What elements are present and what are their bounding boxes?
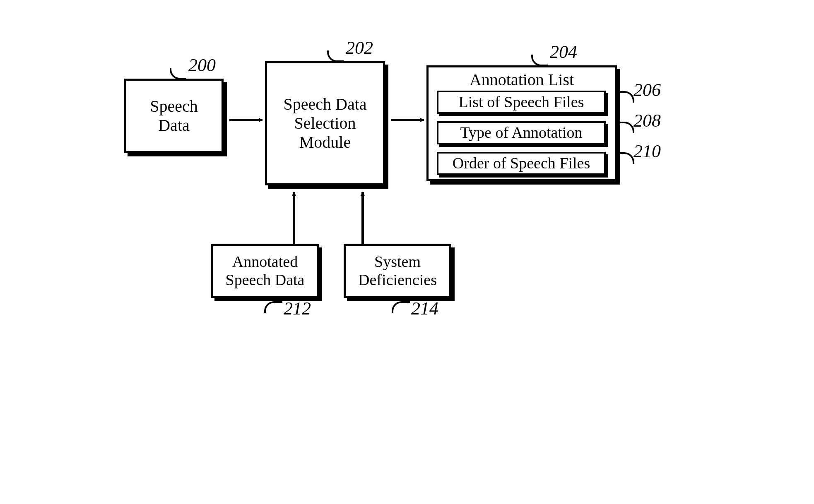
- ref-202: 202: [346, 37, 373, 58]
- ref-208: 208: [633, 110, 661, 131]
- arrow-deficiencies-to-module: [354, 186, 371, 247]
- arrow-annotated-to-module: [286, 186, 302, 247]
- box-speech-data-label: Speech Data: [150, 97, 198, 135]
- box-annotation-list: Annotation List List of Speech Files Typ…: [426, 65, 617, 181]
- annotation-list-title: Annotation List: [429, 70, 615, 89]
- box-type-of-annotation: Type of Annotation: [437, 121, 606, 144]
- arrow-module-to-list: [388, 112, 430, 128]
- ref-214: 214: [411, 298, 438, 319]
- ref-hook: [170, 68, 186, 79]
- ref-hook: [618, 152, 634, 164]
- ref-210: 210: [633, 141, 661, 162]
- block-diagram: Speech Data 200 Speech Data Selection Mo…: [124, 41, 683, 331]
- ref-hook: [264, 301, 282, 313]
- box-speech-data: Speech Data: [124, 79, 224, 153]
- arrow-speech-to-module: [227, 112, 268, 128]
- ref-hook: [327, 50, 344, 62]
- system-deficiencies-label: System Deficiencies: [358, 253, 437, 289]
- order-of-files-label: Order of Speech Files: [453, 155, 590, 172]
- annotated-speech-label: Annotated Speech Data: [226, 253, 305, 289]
- ref-hook: [392, 301, 410, 313]
- ref-hook: [618, 91, 634, 103]
- box-order-of-speech-files: Order of Speech Files: [437, 152, 606, 175]
- box-system-deficiencies: System Deficiencies: [344, 244, 451, 298]
- ref-hook: [618, 122, 634, 133]
- ref-204: 204: [550, 41, 577, 62]
- box-list-of-speech-files: List of Speech Files: [437, 91, 606, 114]
- box-selection-module: Speech Data Selection Module: [265, 61, 385, 185]
- ref-hook: [531, 55, 548, 66]
- box-selection-module-label: Speech Data Selection Module: [283, 95, 366, 152]
- list-of-files-label: List of Speech Files: [459, 94, 584, 111]
- box-annotated-speech-data: Annotated Speech Data: [211, 244, 319, 298]
- type-of-annotation-label: Type of Annotation: [460, 124, 583, 142]
- ref-206: 206: [633, 79, 661, 101]
- ref-212: 212: [284, 298, 311, 319]
- ref-200: 200: [188, 55, 216, 76]
